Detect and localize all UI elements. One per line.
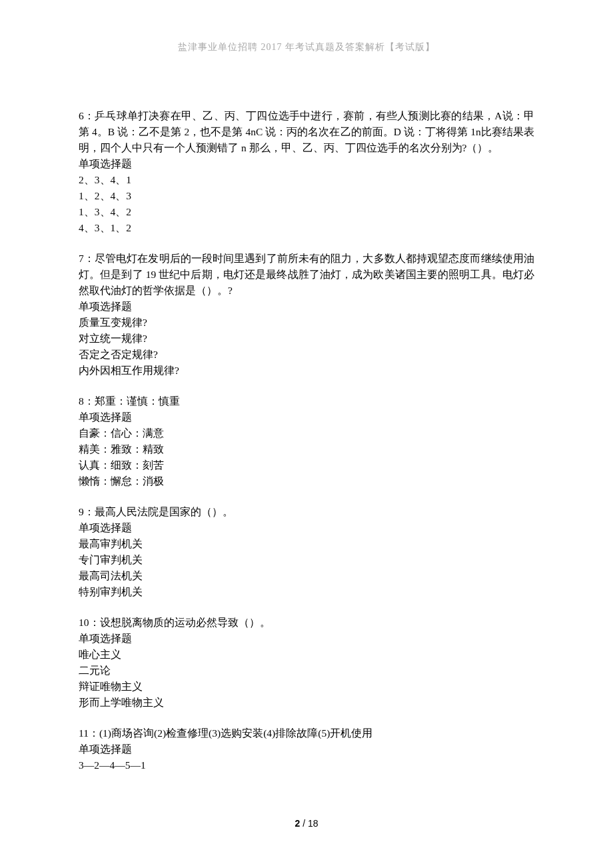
- question-option: 对立统一规律?: [79, 331, 534, 347]
- question-option: 精美：雅致：精致: [79, 441, 534, 457]
- question-option: 3—2—4—5—1: [79, 757, 534, 773]
- question-type: 单项选择题: [79, 409, 534, 425]
- question-stem: 11：(1)商场咨询(2)检查修理(3)选购安装(4)排除故障(5)开机使用: [79, 725, 534, 741]
- question-option: 专门审判机关: [79, 552, 534, 568]
- question-type: 单项选择题: [79, 299, 534, 315]
- question-option: 认真：细致：刻苦: [79, 457, 534, 473]
- question-7: 7：尽管电灯在发明后的一段时间里遇到了前所未有的阻力，大多数人都持观望态度而继续…: [79, 251, 534, 379]
- question-option: 自豪：信心：满意: [79, 425, 534, 441]
- question-option: 形而上学唯物主义: [79, 695, 534, 711]
- question-11: 11：(1)商场咨询(2)检查修理(3)选购安装(4)排除故障(5)开机使用 单…: [79, 725, 534, 773]
- question-option: 二元论: [79, 663, 534, 679]
- question-stem: 6：乒乓球单打决赛在甲、乙、丙、丁四位选手中进行，赛前，有些人预测比赛的结果，A…: [79, 108, 534, 156]
- question-option: 1、3、4、2: [79, 204, 534, 220]
- question-9: 9：最高人民法院是国家的（）。 单项选择题 最高审判机关 专门审判机关 最高司法…: [79, 504, 534, 600]
- question-stem: 9：最高人民法院是国家的（）。: [79, 504, 534, 520]
- question-option: 懒惰：懈怠：消极: [79, 473, 534, 489]
- question-option: 特别审判机关: [79, 584, 534, 600]
- question-8: 8：郑重：谨慎：慎重 单项选择题 自豪：信心：满意 精美：雅致：精致 认真：细致…: [79, 393, 534, 489]
- question-option: 内外因相互作用规律?: [79, 363, 534, 379]
- question-option: 4、3、1、2: [79, 220, 534, 236]
- question-option: 最高司法机关: [79, 568, 534, 584]
- page-number-total: 18: [308, 818, 318, 829]
- question-type: 单项选择题: [79, 520, 534, 536]
- question-stem: 10：设想脱离物质的运动必然导致（）。: [79, 615, 534, 631]
- question-type: 单项选择题: [79, 741, 534, 757]
- question-type: 单项选择题: [79, 156, 534, 172]
- question-option: 质量互变规律?: [79, 315, 534, 331]
- question-stem: 7：尽管电灯在发明后的一段时间里遇到了前所未有的阻力，大多数人都持观望态度而继续…: [79, 251, 534, 299]
- question-type: 单项选择题: [79, 631, 534, 647]
- question-option: 最高审判机关: [79, 536, 534, 552]
- page-footer: 2 / 18: [0, 817, 613, 831]
- page-number-current: 2: [295, 818, 300, 829]
- question-10: 10：设想脱离物质的运动必然导致（）。 单项选择题 唯心主义 二元论 辩证唯物主…: [79, 615, 534, 711]
- question-option: 2、3、4、1: [79, 172, 534, 188]
- page-header: 盐津事业单位招聘 2017 年考试真题及答案解析【考试版】: [79, 40, 534, 55]
- question-stem: 8：郑重：谨慎：慎重: [79, 393, 534, 409]
- page: 盐津事业单位招聘 2017 年考试真题及答案解析【考试版】 6：乒乓球单打决赛在…: [0, 0, 613, 868]
- question-6: 6：乒乓球单打决赛在甲、乙、丙、丁四位选手中进行，赛前，有些人预测比赛的结果，A…: [79, 108, 534, 236]
- question-option: 辩证唯物主义: [79, 679, 534, 695]
- question-option: 唯心主义: [79, 647, 534, 663]
- question-option: 否定之否定规律?: [79, 347, 534, 363]
- question-option: 1、2、4、3: [79, 188, 534, 204]
